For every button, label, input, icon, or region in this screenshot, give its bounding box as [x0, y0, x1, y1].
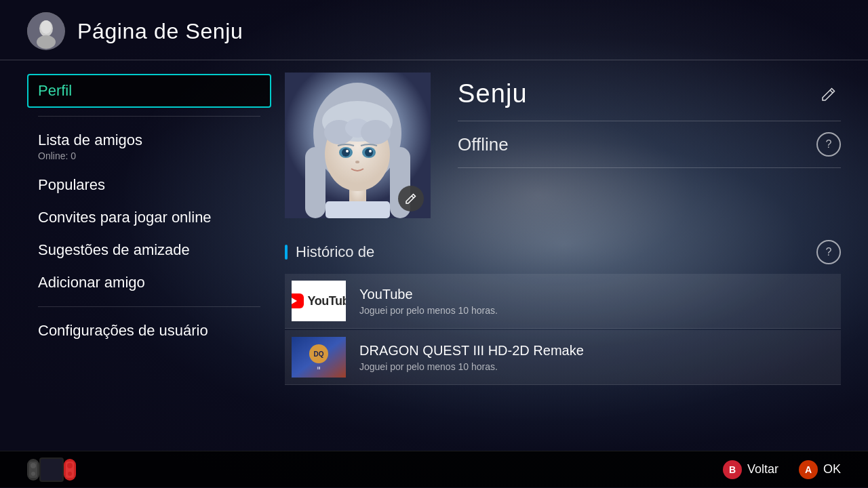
history-section: Histórico de ? YouTube — [285, 240, 841, 444]
dq3-thumbnail-image: DQ III — [292, 337, 346, 378]
history-name-dq3: DRAGON QUEST III HD-2D Remake — [359, 343, 834, 359]
youtube-logo: YouTube — [292, 293, 346, 308]
svg-point-20 — [355, 161, 359, 163]
svg-point-30 — [31, 472, 35, 476]
ok-label: OK — [823, 462, 841, 476]
sidebar: Perfil Lista de amigos Online: 0 Popular… — [0, 60, 271, 451]
sidebar-label-sugestoes: Sugestões de amizade — [38, 241, 260, 259]
profile-info: Senju Offline ? — [458, 73, 841, 168]
sidebar-item-adicionar[interactable]: Adicionar amigo — [27, 267, 271, 298]
history-header: Histórico de ? — [285, 240, 841, 264]
b-button-label: B — [729, 464, 736, 475]
sidebar-label-populares: Populares — [38, 176, 260, 194]
footer-left — [27, 456, 76, 483]
footer-ok-button[interactable]: A OK — [799, 460, 841, 479]
header-title: Página de Senju — [77, 19, 243, 44]
history-title-wrap: Histórico de — [285, 243, 374, 261]
svg-point-3 — [41, 20, 52, 34]
sidebar-label-amigos: Lista de amigos — [38, 131, 260, 149]
profile-avatar-edit-button[interactable] — [398, 186, 424, 211]
history-item-dq3[interactable]: DQ III DRAGON QUEST III HD-2D Remake Jog… — [285, 330, 841, 385]
youtube-text: YouTube — [308, 294, 346, 308]
history-name-youtube: YouTube — [359, 287, 834, 302]
history-playtime-youtube: Joguei por pelo menos 10 horas. — [359, 305, 834, 316]
svg-rect-6 — [305, 147, 326, 218]
history-thumb-dq3: DQ III — [292, 337, 346, 378]
svg-point-18 — [346, 150, 349, 152]
sidebar-item-config[interactable]: Configurações de usuário — [27, 315, 271, 346]
history-help-icon[interactable]: ? — [816, 240, 841, 264]
sidebar-item-populares[interactable]: Populares — [27, 169, 271, 201]
profile-edit-icon[interactable] — [816, 82, 841, 106]
svg-rect-32 — [41, 459, 62, 481]
main-layout: Perfil Lista de amigos Online: 0 Popular… — [0, 60, 868, 451]
svg-text:DQ: DQ — [314, 350, 324, 358]
b-button-circle: B — [723, 460, 742, 479]
profile-status-row: Offline ? — [458, 132, 841, 168]
history-items: YouTube YouTube Joguei por pelo menos 10… — [285, 274, 841, 385]
header: Página de Senju — [0, 0, 868, 60]
sidebar-label-perfil: Perfil — [38, 82, 260, 100]
sidebar-sub-amigos: Online: 0 — [38, 150, 260, 161]
profile-username: Senju — [458, 79, 528, 108]
history-thumb-youtube: YouTube — [292, 281, 346, 321]
svg-point-13 — [361, 120, 391, 144]
sidebar-label-config: Configurações de usuário — [38, 322, 260, 340]
back-label: Voltar — [747, 462, 778, 476]
history-title: Histórico de — [296, 243, 374, 261]
profile-name-row: Senju — [458, 79, 841, 121]
profile-top: Senju Offline ? — [285, 73, 841, 218]
a-button-label: A — [805, 464, 812, 475]
profile-status: Offline — [458, 134, 509, 155]
footer: B Voltar A OK — [0, 451, 868, 487]
sidebar-item-perfil[interactable]: Perfil — [27, 74, 271, 108]
svg-point-36 — [68, 472, 72, 476]
sidebar-item-amigos[interactable]: Lista de amigos Online: 0 — [27, 125, 271, 168]
svg-rect-21 — [326, 201, 390, 218]
youtube-play-triangle — [292, 297, 297, 305]
svg-point-29 — [31, 463, 36, 468]
profile-avatar-wrap — [285, 73, 431, 218]
svg-point-19 — [369, 150, 372, 152]
switch-console-icon — [27, 456, 76, 483]
sidebar-item-convites[interactable]: Convites para jogar online — [27, 202, 271, 233]
history-playtime-dq3: Joguei por pelo menos 10 horas. — [359, 361, 834, 372]
svg-text:III: III — [317, 366, 320, 370]
youtube-play-button — [292, 293, 304, 308]
sidebar-label-convites: Convites para jogar online — [38, 209, 260, 226]
sidebar-divider-1 — [38, 116, 260, 117]
history-title-bar — [285, 245, 288, 260]
sidebar-item-sugestoes[interactable]: Sugestões de amizade — [27, 235, 271, 266]
a-button-circle: A — [799, 460, 818, 479]
sidebar-divider-2 — [38, 306, 260, 307]
svg-point-2 — [37, 35, 56, 49]
history-info-youtube: YouTube Joguei por pelo menos 10 horas. — [359, 287, 834, 316]
footer-right: B Voltar A OK — [723, 460, 841, 479]
svg-point-35 — [67, 463, 73, 468]
history-info-dq3: DRAGON QUEST III HD-2D Remake Joguei por… — [359, 343, 834, 372]
footer-back-button[interactable]: B Voltar — [723, 460, 778, 479]
profile-content: Senju Offline ? — [271, 60, 868, 451]
profile-status-help-icon[interactable]: ? — [816, 132, 841, 157]
svg-point-17 — [365, 148, 373, 157]
sidebar-label-adicionar: Adicionar amigo — [38, 274, 260, 291]
header-avatar — [27, 12, 65, 50]
svg-point-16 — [342, 148, 350, 157]
history-item-youtube[interactable]: YouTube YouTube Joguei por pelo menos 10… — [285, 274, 841, 329]
